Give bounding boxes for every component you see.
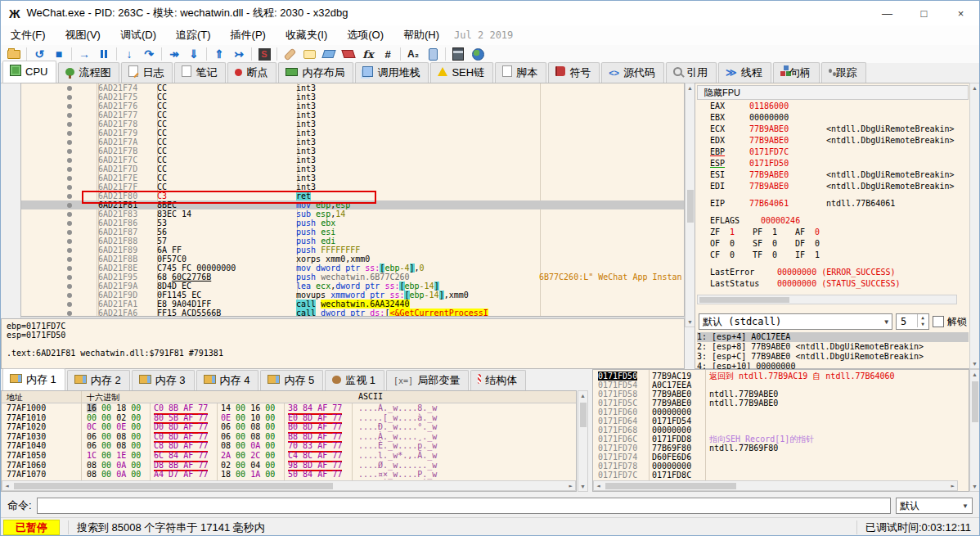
register-row[interactable]: EDX77B9ABE0 <ntdll.DbgUiRemoteBreakin>	[710, 135, 970, 146]
dump-row[interactable]: 77AF100016 00 18 00C0 8B AF 7714 00 16 0…	[2, 403, 576, 413]
bottom-tab-内存 5[interactable]: 内存 5	[260, 370, 323, 390]
dump-row[interactable]: 77AF106008 00 0A 00D8 8B AF 7702 00 04 0…	[2, 461, 576, 471]
disasm-row[interactable]: 6AD21F8653push ebx	[21, 218, 684, 227]
stack-row[interactable]: 0171FD74D60FE6D6	[593, 453, 969, 462]
flags-row[interactable]: OF0SF0DF0	[710, 238, 970, 250]
run-to-user-icon[interactable]: ↣	[229, 46, 249, 62]
run-icon[interactable]: →	[74, 46, 94, 62]
register-row[interactable]: LastError00000000 (ERROR_SUCCESS)	[710, 267, 970, 278]
register-row[interactable]: EFLAGS00000246	[710, 215, 970, 227]
stack-panel[interactable]: 0171FD5077B9AC19返回到 ntdll.77B9AC19 自 ntd…	[592, 369, 969, 492]
attach-icon[interactable]	[423, 46, 443, 62]
menu-item[interactable]: 文件(F)	[1, 25, 56, 45]
patches-icon[interactable]	[280, 46, 299, 62]
trace-into-icon[interactable]: ↠	[164, 46, 184, 62]
breakpoint-dot-icon[interactable]	[67, 203, 72, 208]
breakpoint-dot-icon[interactable]	[67, 239, 72, 244]
disasm-row[interactable]: 6AD21F76CCint3	[21, 101, 684, 110]
breakpoint-dot-icon[interactable]	[67, 212, 72, 217]
disasm-row[interactable]: 6AD21F9A8D4D EClea ecx,dword ptr ss:[ebp…	[21, 282, 684, 291]
disasm-row[interactable]: 6AD21F8857push edi	[21, 236, 684, 245]
disasm-row[interactable]: 6AD21F75CCint3	[21, 92, 684, 101]
dump-row[interactable]: 77AF104006 00 08 00C8 8D AF 7708 00 0A 0…	[2, 441, 576, 451]
breakpoint-dot-icon[interactable]	[67, 122, 72, 127]
tab-SEH链[interactable]: SEH链	[430, 62, 493, 83]
register-row[interactable]: EBX00000000	[710, 112, 970, 124]
minimize-button[interactable]: —	[869, 1, 906, 25]
labels-icon[interactable]	[319, 46, 339, 62]
bottom-tab-监视 1[interactable]: 监视 1	[325, 370, 384, 390]
open-file-icon[interactable]	[4, 46, 24, 62]
breakpoint-dot-icon[interactable]	[67, 95, 72, 100]
disasm-row[interactable]: 6AD21F9D0F1145 ECmovups xmmword ptr ss:[…	[21, 291, 684, 300]
dump-row[interactable]: 77AF101000 00 02 0080 5B AF 770E 00 10 0…	[2, 413, 576, 423]
disasm-row[interactable]: 6AD21F7ECCint3	[21, 173, 684, 182]
command-input[interactable]	[37, 498, 891, 514]
maximize-button[interactable]: □	[906, 1, 942, 25]
disasm-row[interactable]: 6AD21F818BECmov ebp,esp	[21, 200, 684, 209]
tab-脚本[interactable]: 脚本	[495, 62, 546, 83]
breakpoint-dot-icon[interactable]	[67, 248, 72, 253]
dump-row[interactable]: 77AF107008 00 0A 00A4 D7 AF 7718 00 1A 0…	[2, 470, 576, 480]
dump-hscrollbar[interactable]: ◄►	[2, 480, 576, 491]
breakpoint-dot-icon[interactable]	[67, 176, 72, 181]
hide-fpu-button[interactable]: 隐藏FPU	[697, 85, 969, 100]
breakpoint-dot-icon[interactable]	[67, 131, 72, 136]
calculator-icon[interactable]	[448, 46, 468, 62]
disasm-row[interactable]: 6AD21F78CCint3	[21, 119, 684, 128]
tab-流程图[interactable]: 流程图	[58, 62, 119, 83]
menu-item[interactable]: 视图(V)	[56, 25, 110, 45]
breakpoint-dot-icon[interactable]	[67, 113, 72, 118]
dump-row[interactable]: 77AF10501C 00 1E 006C 84 AF 772A 00 2C 0…	[2, 451, 576, 461]
breakpoint-dot-icon[interactable]	[67, 149, 72, 154]
breakpoint-dot-icon[interactable]	[67, 221, 72, 226]
bottom-tab-内存 1[interactable]: 内存 1	[2, 368, 65, 390]
disasm-row[interactable]: 6AD21F79CCint3	[21, 128, 684, 137]
breakpoint-dot-icon[interactable]	[67, 158, 72, 163]
restart-icon[interactable]: ↺	[29, 46, 49, 62]
stack-row[interactable]: 0171FD6C0171FDD8指向SEH_Record[1]的指针	[593, 435, 969, 444]
pause-icon[interactable]	[94, 46, 114, 62]
register-row[interactable]: EAX01186000	[710, 101, 970, 112]
stack-row[interactable]: 0171FD5877B9ABE0ntdll.77B9ABE0	[593, 390, 969, 399]
disasm-row[interactable]: 6AD21F80C3ret	[21, 191, 684, 200]
bottom-tab-结构体[interactable]: 结构体	[470, 370, 526, 390]
execute-till-return-icon[interactable]: ⇑	[209, 46, 229, 62]
disasm-row[interactable]: 6AD21F8383EC 14sub esp,14	[21, 209, 684, 218]
dump-row[interactable]: 77AF10200C 00 0E 00D0 8D AF 7706 00 08 0…	[2, 422, 576, 432]
disasm-row[interactable]: 6AD21F77CCint3	[21, 110, 684, 119]
tab-内存布局[interactable]: 内存布局	[278, 62, 353, 83]
tab-CPU[interactable]: CPU	[2, 61, 56, 83]
breakpoint-dot-icon[interactable]	[67, 266, 72, 271]
disasm-row[interactable]: 6AD21FA6FF15 ACD5566Bcall dword ptr ds:[…	[21, 309, 684, 317]
breakpoint-dot-icon[interactable]	[67, 293, 72, 298]
tab-日志[interactable]: 日志	[121, 62, 173, 83]
menu-item[interactable]: 追踪(T)	[166, 25, 221, 45]
registers-vscrollbar[interactable]: ▲▼	[969, 83, 980, 369]
disasm-row[interactable]: 6AD21F9568 60C2776Bpush wechatwin.6B77C2…	[21, 273, 684, 282]
stack-hscrollbar[interactable]: ◄►	[593, 480, 958, 491]
menu-item[interactable]: 收藏夹(I)	[276, 25, 337, 45]
bookmarks-icon[interactable]	[339, 46, 358, 62]
disasm-row[interactable]: 6AD21F7BCCint3	[21, 146, 684, 155]
memory-dump-panel[interactable]: 地址 十六进制 ASCII 77AF100016 00 18 00C0 8B A…	[1, 390, 577, 492]
bottom-tab-内存 3[interactable]: 内存 3	[132, 370, 195, 390]
tab-引用[interactable]: 引用	[666, 62, 717, 83]
arg-count-spinner[interactable]: 5▲▼	[896, 313, 929, 330]
breakpoint-dot-icon[interactable]	[67, 185, 72, 190]
breakpoint-dot-icon[interactable]	[67, 284, 72, 289]
breakpoint-dot-icon[interactable]	[67, 104, 72, 109]
close-button[interactable]: ×	[942, 1, 979, 25]
bottom-tab-内存 2[interactable]: 内存 2	[67, 370, 130, 390]
menu-item[interactable]: 插件(P)	[221, 25, 276, 45]
breakpoint-dot-icon[interactable]	[67, 140, 72, 145]
dump-vscrollbar[interactable]: ▲▼	[578, 390, 588, 492]
register-row[interactable]: EDI77B9ABE0 <ntdll.DbgUiRemoteBreakin>	[710, 181, 970, 192]
flags-row[interactable]: CF0TF0IF1	[710, 250, 970, 261]
disasm-row[interactable]: 6AD21F7ACCint3	[21, 137, 684, 146]
stack-vscrollbar[interactable]: ▲▼	[969, 369, 980, 492]
disassembly-panel[interactable]: 6AD21F74CCint36AD21F75CCint36AD21F76CCin…	[20, 83, 685, 317]
breakpoint-dot-icon[interactable]	[67, 194, 72, 199]
breakpoint-dot-icon[interactable]	[67, 230, 72, 235]
breakpoint-dot-icon[interactable]	[67, 257, 72, 262]
